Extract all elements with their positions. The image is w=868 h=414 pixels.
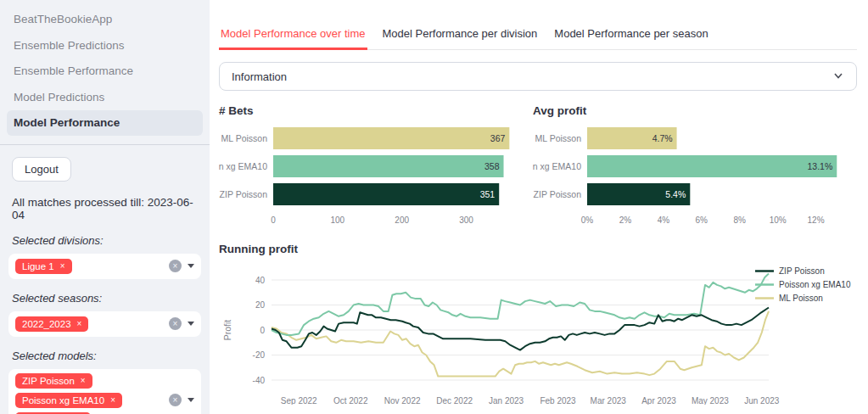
tag-label: ZIP Poisson xyxy=(22,376,75,386)
svg-text:ML Poisson: ML Poisson xyxy=(221,133,268,143)
processed-note: All matches processed till: 2023-06-04 xyxy=(12,196,198,221)
tag-label: 2022_2023 xyxy=(22,319,71,329)
divisions-multiselect[interactable]: Ligue 1×× xyxy=(8,254,201,279)
svg-text:358: 358 xyxy=(484,161,500,171)
bets-svg: ML Poisson367Poisson xg EMA10358ZIP Pois… xyxy=(219,120,533,226)
svg-text:ZIP Poisson: ZIP Poisson xyxy=(534,189,582,199)
svg-text:20: 20 xyxy=(255,300,266,310)
svg-text:0: 0 xyxy=(260,326,265,335)
remove-tag-icon[interactable]: × xyxy=(77,319,82,328)
svg-text:Jun 2023: Jun 2023 xyxy=(744,396,780,405)
bar-poisson-xg-ema10 xyxy=(587,155,837,177)
svg-text:Feb 2023: Feb 2023 xyxy=(540,396,576,405)
sidebar-item-model-performance[interactable]: Model Performance xyxy=(7,110,203,136)
bar-charts-row: # Bets ML Poisson367Poisson xg EMA10358Z… xyxy=(219,104,857,229)
remove-tag-icon[interactable]: × xyxy=(110,395,115,405)
divisions-tags: Ligue 1× xyxy=(15,259,72,274)
svg-text:0%: 0% xyxy=(581,215,594,225)
svg-text:13.1%: 13.1% xyxy=(807,161,832,171)
expander-label: Information xyxy=(232,70,287,83)
bets-chart-title: # Bets xyxy=(219,104,533,117)
svg-text:ZIP Poisson: ZIP Poisson xyxy=(220,189,268,199)
tab-bar: Model Performance over timeModel Perform… xyxy=(219,25,857,50)
svg-text:5.4%: 5.4% xyxy=(665,189,686,199)
tab-model-performance-per-season[interactable]: Model Performance per season xyxy=(552,25,709,50)
models-tags: ZIP Poisson×Poisson xg EMA10×ML Poisson× xyxy=(15,373,122,414)
svg-text:Sep 2022: Sep 2022 xyxy=(281,396,317,405)
caret-down-icon[interactable] xyxy=(188,322,194,326)
svg-text:351: 351 xyxy=(480,189,496,199)
svg-text:Nov 2022: Nov 2022 xyxy=(384,396,421,405)
svg-text:Poisson xg EMA10: Poisson xg EMA10 xyxy=(219,161,267,171)
running-profit-svg: 40200-20-40Sep 2022Oct 2022Nov 2022Dec 2… xyxy=(219,259,855,405)
svg-text:May 2023: May 2023 xyxy=(692,396,729,405)
clear-all-icon[interactable]: × xyxy=(169,317,182,330)
svg-text:12%: 12% xyxy=(808,215,825,225)
avg-profit-chart: ML Poisson4.7%Poisson xg EMA1013.1%ZIP P… xyxy=(533,120,857,229)
tab-model-performance-over-time[interactable]: Model Performance over time xyxy=(219,25,367,50)
running-profit-box: Running profit 40200-20-40Sep 2022Oct 20… xyxy=(219,243,857,408)
filter-label-divisions: Selected divisions: xyxy=(12,234,198,247)
legend-label-poisson-xg-ema10: Poisson xg EMA10 xyxy=(779,280,851,289)
seasons-multiselect[interactable]: 2022_2023×× xyxy=(8,311,201,337)
clear-all-icon[interactable]: × xyxy=(169,394,182,406)
caret-down-icon[interactable] xyxy=(188,398,194,402)
svg-text:300: 300 xyxy=(459,215,473,225)
selected-tag-zip-poisson[interactable]: ZIP Poisson× xyxy=(15,373,92,389)
remove-tag-icon[interactable]: × xyxy=(81,376,86,385)
svg-text:200: 200 xyxy=(395,215,409,225)
series-poisson-xg-ema10 xyxy=(272,274,769,335)
app-window: BeatTheBookieAppEnsemble PredictionsEnse… xyxy=(0,0,868,414)
bets-chart: ML Poisson367Poisson xg EMA10358ZIP Pois… xyxy=(219,120,533,229)
main-content: Model Performance over timeModel Perform… xyxy=(210,0,868,414)
information-expander[interactable]: Information xyxy=(219,62,857,91)
svg-text:40: 40 xyxy=(255,276,266,285)
sidebar-item-ensemble-predictions[interactable]: Ensemble Predictions xyxy=(7,33,203,59)
avg-profit-chart-box: Avg profit ML Poisson4.7%Poisson xg EMA1… xyxy=(533,104,857,229)
remove-tag-icon[interactable]: × xyxy=(60,261,65,271)
svg-text:Apr 2023: Apr 2023 xyxy=(641,396,676,405)
selected-tag-poisson-xg-ema10[interactable]: Poisson xg EMA10× xyxy=(15,393,122,408)
svg-text:Jan 2023: Jan 2023 xyxy=(489,396,524,405)
tag-label: Poisson xg EMA10 xyxy=(22,395,104,406)
tag-label: Ligue 1 xyxy=(22,261,54,271)
svg-text:2%: 2% xyxy=(619,215,632,225)
svg-text:10%: 10% xyxy=(770,215,787,225)
svg-text:Oct 2022: Oct 2022 xyxy=(333,396,368,405)
svg-text:4.7%: 4.7% xyxy=(652,133,673,143)
logout-button[interactable]: Logout xyxy=(12,157,71,182)
svg-text:Dec 2022: Dec 2022 xyxy=(436,396,473,405)
sidebar-body: Logout All matches processed till: 2023-… xyxy=(0,145,210,414)
caret-down-icon[interactable] xyxy=(188,264,194,268)
selected-tag-ligue-1[interactable]: Ligue 1× xyxy=(15,259,72,274)
sidebar-item-ensemble-performance[interactable]: Ensemble Performance xyxy=(7,59,203,84)
selected-tag-2022-2023[interactable]: 2022_2023× xyxy=(15,316,88,332)
chevron-down-icon[interactable] xyxy=(832,70,844,84)
svg-text:4%: 4% xyxy=(658,215,670,225)
bar-poisson-xg-ema10 xyxy=(273,155,504,177)
bets-chart-box: # Bets ML Poisson367Poisson xg EMA10358Z… xyxy=(219,104,533,229)
sidebar-item-beatthebookieapp[interactable]: BeatTheBookieApp xyxy=(7,7,203,32)
models-multiselect[interactable]: ZIP Poisson×Poisson xg EMA10×ML Poisson×… xyxy=(8,369,201,414)
legend-label-zip-poisson: ZIP Poisson xyxy=(779,266,825,276)
sidebar-item-model-predictions[interactable]: Model Predictions xyxy=(7,85,203,110)
sidebar: BeatTheBookieAppEnsemble PredictionsEnse… xyxy=(0,0,210,414)
sidebar-nav: BeatTheBookieAppEnsemble PredictionsEnse… xyxy=(0,7,210,136)
svg-text:100: 100 xyxy=(331,215,345,225)
svg-text:Profit: Profit xyxy=(222,320,232,341)
seasons-tags: 2022_2023× xyxy=(15,316,88,332)
sidebar-filters: Selected divisions:Ligue 1××Selected sea… xyxy=(8,234,201,414)
svg-text:8%: 8% xyxy=(733,215,746,225)
svg-text:0: 0 xyxy=(271,215,276,225)
svg-text:-40: -40 xyxy=(253,376,266,385)
bar-zip-poisson xyxy=(273,183,499,205)
running-profit-title: Running profit xyxy=(219,243,857,255)
seasons-controls: × xyxy=(165,317,194,330)
svg-text:6%: 6% xyxy=(696,215,708,225)
divisions-controls: × xyxy=(165,260,194,272)
svg-text:Poisson xg EMA10: Poisson xg EMA10 xyxy=(533,161,581,171)
clear-all-icon[interactable]: × xyxy=(169,260,182,272)
tab-model-performance-per-division[interactable]: Model Performance per division xyxy=(381,25,540,50)
filter-label-seasons: Selected seasons: xyxy=(12,292,198,305)
models-controls: × xyxy=(165,394,194,406)
